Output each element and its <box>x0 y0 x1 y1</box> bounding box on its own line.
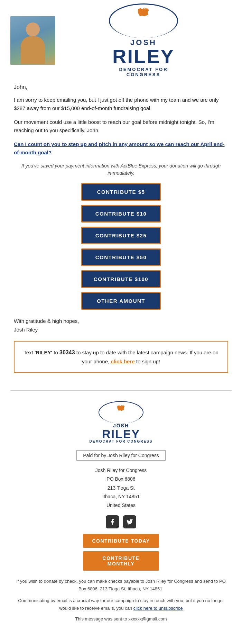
logo-name: JOSH RILEY <box>105 38 182 65</box>
italic-note: If you've saved your payment information… <box>14 162 228 177</box>
unsubscribe-text-part: Communicating by email is a crucial way … <box>18 598 224 611</box>
address-line5: United States <box>14 501 228 510</box>
closing: With gratitude & high hopes, <box>14 318 228 324</box>
paid-for-text: Paid for by Josh Riley for Congress <box>83 453 159 458</box>
paragraph1: I am sorry to keep emailing you, but I j… <box>14 96 228 112</box>
header: JOSH RILEY DEMOCRAT FOR CONGRESS <box>0 0 242 81</box>
logo-subtitle: DEMOCRAT FOR CONGRESS <box>105 67 182 77</box>
contribute-btn-5[interactable]: CONTRIBUTE $5 <box>81 183 161 201</box>
address-line4: Ithaca, NY 14851 <box>14 492 228 501</box>
footer-disclaimer2: Communicating by email is a crucial way … <box>14 597 228 612</box>
greeting: John, <box>14 84 228 90</box>
address-line1: Josh Riley for Congress <box>14 466 228 475</box>
address-line2: PO Box 6806 <box>14 475 228 483</box>
footer-logo-arc <box>99 401 143 424</box>
svg-marker-1 <box>143 8 146 9</box>
sms-middle: to <box>52 350 59 355</box>
footer-address: Josh Riley for Congress PO Box 6806 213 … <box>14 466 228 510</box>
sms-box: Text 'RILEY' to 30343 to stay up to date… <box>14 341 228 373</box>
twitter-icon[interactable] <box>123 515 136 528</box>
cta-link[interactable]: Can I count on you to step up and pitch … <box>14 140 228 157</box>
svg-marker-3 <box>121 405 123 406</box>
footer-sent-to: This message was sent to xxxxxx@gmail.co… <box>14 616 228 622</box>
social-icons <box>14 515 228 528</box>
contribute-btn-other[interactable]: OTHER AMOUNT <box>81 292 161 310</box>
email-wrapper: JOSH RILEY DEMOCRAT FOR CONGRESS John, I… <box>0 0 242 628</box>
sms-number: 30343 <box>59 350 75 355</box>
contribute-btn-25[interactable]: CONTRIBUTE $25 <box>81 227 161 244</box>
paragraph2: Our movement could use a little boost to… <box>14 118 228 135</box>
sms-end: to sign up! <box>135 359 160 364</box>
footer-buttons: CONTRIBUTE TODAY CONTRIBUTE MONTHLY <box>14 534 228 571</box>
facebook-icon[interactable] <box>106 515 119 528</box>
footer-subtitle: DEMOCRAT FOR CONGRESS <box>90 439 153 443</box>
footer-riley: RILEY <box>102 428 140 439</box>
unsubscribe-link[interactable]: click here to unsubscribe <box>133 606 183 611</box>
sms-link[interactable]: click here <box>111 359 134 364</box>
body-content: John, I am sorry to keep emailing you, b… <box>0 81 242 387</box>
logo-arc <box>109 3 178 38</box>
contribute-btn-100[interactable]: CONTRIBUTE $100 <box>81 270 161 288</box>
logo-area: JOSH RILEY DEMOCRAT FOR CONGRESS <box>59 3 228 77</box>
svg-marker-2 <box>117 405 124 411</box>
contribute-today-button[interactable]: CONTRIBUTE TODAY <box>83 534 159 548</box>
contribute-btn-10[interactable]: CONTRIBUTE $10 <box>81 205 161 223</box>
ny-state-icon <box>137 7 150 19</box>
footer-ny-icon <box>117 405 125 413</box>
address-line3: 213 Tioga St <box>14 484 228 492</box>
footer-logo: JOSH RILEY DEMOCRAT FOR CONGRESS <box>14 401 228 443</box>
footer-disclaimer1: If you wish to donate by check, you can … <box>14 578 228 593</box>
sms-keyword: 'RILEY' <box>35 350 52 355</box>
section-divider <box>10 390 232 391</box>
svg-marker-0 <box>138 8 149 16</box>
sms-prefix: Text <box>24 350 35 355</box>
contribute-buttons-area: CONTRIBUTE $5 CONTRIBUTE $10 CONTRIBUTE … <box>14 183 228 310</box>
footer: JOSH RILEY DEMOCRAT FOR CONGRESS Paid fo… <box>0 401 242 629</box>
candidate-photo <box>10 16 55 65</box>
paid-for-box: Paid for by Josh Riley for Congress <box>76 450 165 461</box>
signature: Josh Riley <box>14 327 228 333</box>
contribute-btn-50[interactable]: CONTRIBUTE $50 <box>81 248 161 266</box>
contribute-monthly-button[interactable]: CONTRIBUTE MONTHLY <box>83 551 159 571</box>
